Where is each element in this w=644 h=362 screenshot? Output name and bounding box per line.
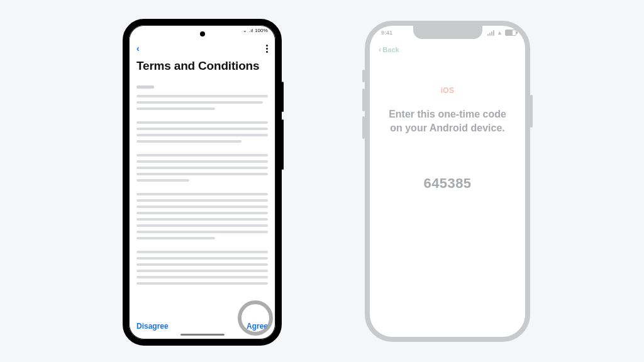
placeholder-line	[136, 128, 268, 130]
iphone-volume-up	[362, 89, 365, 111]
placeholder-line	[136, 231, 268, 233]
signal-icon	[487, 30, 494, 36]
disagree-button[interactable]: Disagree	[136, 322, 169, 331]
page-title: Terms and Conditions	[136, 59, 268, 73]
placeholder-line	[136, 95, 268, 97]
ios-back-label: Back	[382, 46, 399, 53]
android-phone-frame: ⌄ .ıl 100% ‹ Terms and Conditions	[123, 19, 282, 346]
placeholder-line	[136, 160, 268, 163]
placeholder-line	[136, 107, 215, 110]
iphone-frame: 9:41 ▲ ‹Back iOS Enter this one-time cod…	[365, 21, 530, 342]
placeholder-line	[136, 206, 268, 208]
ios-back-button[interactable]: ‹Back	[379, 45, 399, 54]
stage: ⌄ .ıl 100% ‹ Terms and Conditions	[0, 0, 644, 362]
ios-status-time: 9:41	[381, 30, 392, 36]
placeholder-line	[136, 199, 268, 202]
placeholder-line	[136, 101, 263, 104]
android-power-button	[282, 119, 284, 170]
placeholder-heading	[136, 85, 154, 89]
placeholder-line	[136, 251, 268, 253]
placeholder-line	[136, 212, 268, 214]
back-icon[interactable]: ‹	[136, 43, 140, 53]
ios-instruction-text: Enter this one-time code on your Android…	[385, 107, 510, 134]
placeholder-line	[136, 140, 242, 143]
iphone-mute-switch	[362, 70, 365, 82]
iphone-volume-down	[362, 116, 365, 139]
terms-body[interactable]	[136, 85, 268, 312]
placeholder-line	[136, 173, 268, 175]
placeholder-line	[136, 179, 189, 182]
placeholder-line	[136, 282, 268, 285]
ios-brand-label: iOS	[370, 86, 525, 95]
wifi-icon: ▲	[497, 30, 502, 36]
placeholder-line	[136, 193, 268, 195]
android-status-bar: ⌄ .ıl 100%	[243, 28, 268, 33]
placeholder-line	[136, 257, 268, 260]
placeholder-line	[136, 154, 268, 156]
placeholder-line	[136, 263, 268, 266]
iphone-notch	[413, 25, 482, 39]
one-time-code: 645385	[370, 175, 525, 192]
ios-status-right: ▲	[487, 30, 516, 36]
placeholder-line	[136, 224, 268, 227]
placeholder-line	[136, 134, 268, 136]
placeholder-line	[136, 237, 215, 239]
placeholder-line	[136, 270, 268, 272]
android-volume-button	[282, 82, 284, 112]
android-toolbar: ‹	[129, 41, 275, 55]
battery-icon	[505, 30, 516, 36]
placeholder-line	[136, 121, 268, 124]
placeholder-line	[136, 218, 268, 221]
chevron-left-icon: ‹	[379, 45, 381, 54]
more-icon[interactable]	[266, 45, 268, 53]
android-nav-pill	[180, 334, 225, 336]
placeholder-line	[136, 276, 268, 278]
android-front-camera	[200, 31, 205, 36]
iphone-side-button	[530, 95, 533, 128]
agree-button[interactable]: Agree	[247, 322, 268, 331]
placeholder-line	[136, 167, 268, 169]
android-action-bar: Disagree Agree	[136, 322, 268, 331]
